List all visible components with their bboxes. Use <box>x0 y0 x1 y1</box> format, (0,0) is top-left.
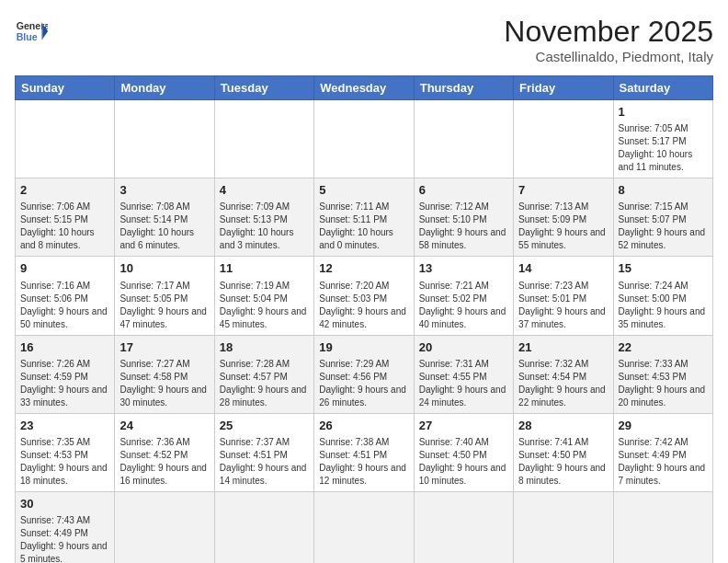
calendar-cell: 19Sunrise: 7:29 AM Sunset: 4:56 PM Dayli… <box>314 335 414 413</box>
weekday-header-row: SundayMondayTuesdayWednesdayThursdayFrid… <box>16 76 713 100</box>
day-number: 2 <box>20 182 109 199</box>
calendar-cell: 11Sunrise: 7:19 AM Sunset: 5:04 PM Dayli… <box>214 257 313 335</box>
day-number: 23 <box>20 418 109 434</box>
calendar-cell: 12Sunrise: 7:20 AM Sunset: 5:03 PM Dayli… <box>314 257 414 335</box>
calendar-cell: 15Sunrise: 7:24 AM Sunset: 5:00 PM Dayli… <box>613 257 712 335</box>
day-number: 14 <box>518 260 608 277</box>
weekday-header-tuesday: Tuesday <box>214 76 313 100</box>
day-number: 18 <box>220 339 309 356</box>
calendar-cell <box>514 100 613 178</box>
month-title: November 2025 <box>504 15 713 49</box>
day-number: 8 <box>619 182 708 199</box>
calendar-cell: 29Sunrise: 7:42 AM Sunset: 4:49 PM Dayli… <box>613 413 712 491</box>
calendar-cell: 25Sunrise: 7:37 AM Sunset: 4:51 PM Dayli… <box>214 413 313 491</box>
calendar-cell: 13Sunrise: 7:21 AM Sunset: 5:02 PM Dayli… <box>414 257 513 335</box>
title-area: November 2025 Castellinaldo, Piedmont, I… <box>504 15 713 64</box>
day-number: 27 <box>419 418 508 434</box>
calendar-week-row: 30Sunrise: 7:43 AM Sunset: 4:49 PM Dayli… <box>16 491 713 563</box>
day-info: Sunrise: 7:35 AM Sunset: 4:53 PM Dayligh… <box>20 436 109 488</box>
day-info: Sunrise: 7:21 AM Sunset: 5:02 PM Dayligh… <box>419 280 508 331</box>
calendar-cell: 6Sunrise: 7:12 AM Sunset: 5:10 PM Daylig… <box>414 178 513 257</box>
day-info: Sunrise: 7:17 AM Sunset: 5:05 PM Dayligh… <box>119 280 209 331</box>
day-info: Sunrise: 7:06 AM Sunset: 5:15 PM Dayligh… <box>20 201 109 252</box>
day-info: Sunrise: 7:24 AM Sunset: 5:00 PM Dayligh… <box>619 280 708 331</box>
day-number: 15 <box>619 260 708 277</box>
weekday-header-saturday: Saturday <box>613 76 712 100</box>
calendar-cell: 20Sunrise: 7:31 AM Sunset: 4:55 PM Dayli… <box>414 335 513 413</box>
day-number: 6 <box>419 182 508 199</box>
day-info: Sunrise: 7:28 AM Sunset: 4:57 PM Dayligh… <box>220 358 309 409</box>
calendar-cell: 9Sunrise: 7:16 AM Sunset: 5:06 PM Daylig… <box>16 257 115 335</box>
calendar-cell: 16Sunrise: 7:26 AM Sunset: 4:59 PM Dayli… <box>16 335 115 413</box>
day-number: 26 <box>319 418 408 434</box>
day-info: Sunrise: 7:38 AM Sunset: 4:51 PM Dayligh… <box>319 436 408 488</box>
calendar-cell: 27Sunrise: 7:40 AM Sunset: 4:50 PM Dayli… <box>414 413 513 491</box>
day-number: 24 <box>119 418 209 434</box>
page-header: General Blue November 2025 Castellinaldo… <box>15 15 713 64</box>
calendar-cell: 22Sunrise: 7:33 AM Sunset: 4:53 PM Dayli… <box>613 335 712 413</box>
day-number: 30 <box>20 496 109 512</box>
day-info: Sunrise: 7:43 AM Sunset: 4:49 PM Dayligh… <box>20 514 109 563</box>
calendar-cell: 30Sunrise: 7:43 AM Sunset: 4:49 PM Dayli… <box>16 491 115 563</box>
day-number: 3 <box>119 182 209 199</box>
calendar-cell: 2Sunrise: 7:06 AM Sunset: 5:15 PM Daylig… <box>16 178 115 257</box>
calendar-week-row: 2Sunrise: 7:06 AM Sunset: 5:15 PM Daylig… <box>16 178 713 257</box>
calendar-cell: 26Sunrise: 7:38 AM Sunset: 4:51 PM Dayli… <box>314 413 414 491</box>
calendar-cell: 5Sunrise: 7:11 AM Sunset: 5:11 PM Daylig… <box>314 178 414 257</box>
day-info: Sunrise: 7:36 AM Sunset: 4:52 PM Dayligh… <box>119 436 209 488</box>
day-number: 5 <box>319 182 408 199</box>
day-info: Sunrise: 7:31 AM Sunset: 4:55 PM Dayligh… <box>419 358 508 409</box>
calendar-cell <box>214 491 313 563</box>
day-number: 17 <box>119 339 209 356</box>
calendar-cell: 28Sunrise: 7:41 AM Sunset: 4:50 PM Dayli… <box>514 413 613 491</box>
calendar-cell: 7Sunrise: 7:13 AM Sunset: 5:09 PM Daylig… <box>514 178 613 257</box>
day-number: 19 <box>319 339 408 356</box>
day-info: Sunrise: 7:16 AM Sunset: 5:06 PM Dayligh… <box>20 280 109 331</box>
day-number: 20 <box>419 339 508 356</box>
day-number: 9 <box>20 260 109 277</box>
svg-text:Blue: Blue <box>17 31 38 42</box>
calendar-cell <box>115 100 214 178</box>
calendar-week-row: 23Sunrise: 7:35 AM Sunset: 4:53 PM Dayli… <box>16 413 713 491</box>
calendar-cell: 17Sunrise: 7:27 AM Sunset: 4:58 PM Dayli… <box>115 335 214 413</box>
day-number: 7 <box>518 182 608 199</box>
calendar-cell <box>16 100 115 178</box>
calendar-cell <box>214 100 313 178</box>
day-number: 1 <box>619 104 708 121</box>
logo: General Blue <box>15 15 48 48</box>
day-info: Sunrise: 7:23 AM Sunset: 5:01 PM Dayligh… <box>518 280 608 331</box>
calendar-cell: 21Sunrise: 7:32 AM Sunset: 4:54 PM Dayli… <box>514 335 613 413</box>
day-number: 28 <box>518 418 608 434</box>
calendar-table: SundayMondayTuesdayWednesdayThursdayFrid… <box>15 75 713 563</box>
day-number: 16 <box>20 339 109 356</box>
calendar-cell: 18Sunrise: 7:28 AM Sunset: 4:57 PM Dayli… <box>214 335 313 413</box>
calendar-cell: 1Sunrise: 7:05 AM Sunset: 5:17 PM Daylig… <box>613 100 712 178</box>
calendar-cell: 24Sunrise: 7:36 AM Sunset: 4:52 PM Dayli… <box>115 413 214 491</box>
calendar-cell <box>115 491 214 563</box>
day-info: Sunrise: 7:13 AM Sunset: 5:09 PM Dayligh… <box>518 201 608 252</box>
weekday-header-monday: Monday <box>115 76 214 100</box>
location-title: Castellinaldo, Piedmont, Italy <box>504 49 713 64</box>
day-info: Sunrise: 7:09 AM Sunset: 5:13 PM Dayligh… <box>220 201 309 252</box>
day-info: Sunrise: 7:33 AM Sunset: 4:53 PM Dayligh… <box>619 358 708 409</box>
calendar-cell <box>613 491 712 563</box>
day-info: Sunrise: 7:41 AM Sunset: 4:50 PM Dayligh… <box>518 436 608 488</box>
day-number: 13 <box>419 260 508 277</box>
weekday-header-wednesday: Wednesday <box>314 76 414 100</box>
calendar-week-row: 9Sunrise: 7:16 AM Sunset: 5:06 PM Daylig… <box>16 257 713 335</box>
day-number: 21 <box>518 339 608 356</box>
day-number: 12 <box>319 260 408 277</box>
calendar-cell: 14Sunrise: 7:23 AM Sunset: 5:01 PM Dayli… <box>514 257 613 335</box>
day-info: Sunrise: 7:27 AM Sunset: 4:58 PM Dayligh… <box>119 358 209 409</box>
day-info: Sunrise: 7:08 AM Sunset: 5:14 PM Dayligh… <box>119 201 209 252</box>
calendar-cell: 10Sunrise: 7:17 AM Sunset: 5:05 PM Dayli… <box>115 257 214 335</box>
calendar-cell <box>414 491 513 563</box>
day-info: Sunrise: 7:19 AM Sunset: 5:04 PM Dayligh… <box>220 280 309 331</box>
day-info: Sunrise: 7:12 AM Sunset: 5:10 PM Dayligh… <box>419 201 508 252</box>
day-number: 11 <box>220 260 309 277</box>
weekday-header-thursday: Thursday <box>414 76 513 100</box>
calendar-cell: 4Sunrise: 7:09 AM Sunset: 5:13 PM Daylig… <box>214 178 313 257</box>
calendar-cell: 3Sunrise: 7:08 AM Sunset: 5:14 PM Daylig… <box>115 178 214 257</box>
calendar-week-row: 16Sunrise: 7:26 AM Sunset: 4:59 PM Dayli… <box>16 335 713 413</box>
day-info: Sunrise: 7:40 AM Sunset: 4:50 PM Dayligh… <box>419 436 508 488</box>
